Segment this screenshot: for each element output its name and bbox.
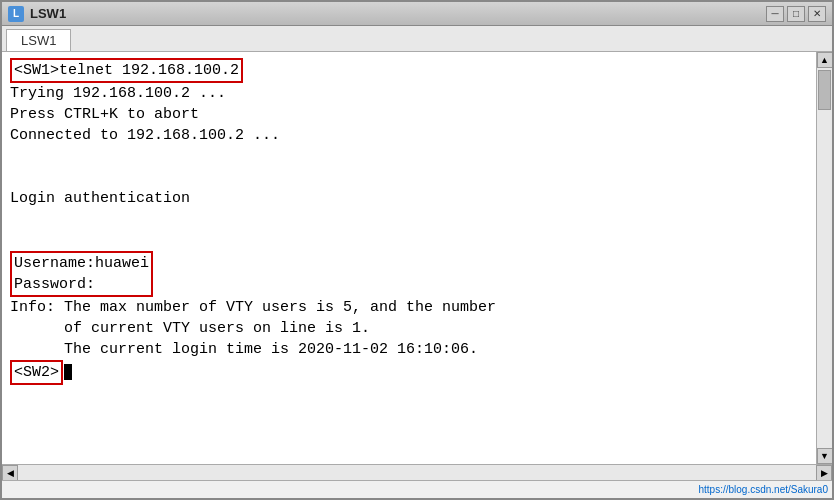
terminal-wrapper: <SW1>telnet 192.168.100.2 Trying 192.168… [2, 52, 832, 464]
terminal-content[interactable]: <SW1>telnet 192.168.100.2 Trying 192.168… [2, 52, 816, 464]
scroll-right-button[interactable]: ▶ [816, 465, 832, 481]
terminal-line-1: <SW1>telnet 192.168.100.2 [10, 58, 808, 83]
terminal-info-3: The current login time is 2020-11-02 16:… [10, 339, 808, 360]
horizontal-scrollbar[interactable]: ◀ ▶ [2, 464, 832, 480]
status-bar: https://blog.csdn.net/Sakura0 [2, 480, 832, 498]
close-button[interactable]: ✕ [808, 6, 826, 22]
terminal-line-9 [10, 230, 808, 251]
terminal-line-6 [10, 167, 808, 188]
terminal-line-7: Login authentication [10, 188, 808, 209]
title-bar-left: L LSW1 [8, 6, 66, 22]
window-controls: ─ □ ✕ [766, 6, 826, 22]
terminal-line-2: Trying 192.168.100.2 ... [10, 83, 808, 104]
terminal-password-line: Password: [14, 274, 149, 295]
terminal-info-2: of current VTY users on line is 1. [10, 318, 808, 339]
terminal-line-8 [10, 209, 808, 230]
terminal-prompt-sw2: <SW2> [10, 360, 808, 385]
terminal-line-3: Press CTRL+K to abort [10, 104, 808, 125]
terminal-info-1: Info: The max number of VTY users is 5, … [10, 297, 808, 318]
terminal-line-5 [10, 146, 808, 167]
tab-lsw1[interactable]: LSW1 [6, 29, 71, 51]
app-icon: L [8, 6, 24, 22]
terminal-username-line: Username:huawei [14, 253, 149, 274]
h-scroll-track[interactable] [18, 465, 816, 480]
scroll-up-button[interactable]: ▲ [817, 52, 833, 68]
window-title: LSW1 [30, 6, 66, 21]
scroll-track[interactable] [817, 68, 832, 448]
scroll-left-button[interactable]: ◀ [2, 465, 18, 481]
status-url: https://blog.csdn.net/Sakura0 [698, 484, 828, 495]
minimize-button[interactable]: ─ [766, 6, 784, 22]
title-bar: L LSW1 ─ □ ✕ [2, 2, 832, 26]
vertical-scrollbar[interactable]: ▲ ▼ [816, 52, 832, 464]
scroll-thumb[interactable] [818, 70, 831, 110]
scroll-down-button[interactable]: ▼ [817, 448, 833, 464]
terminal-line-4: Connected to 192.168.100.2 ... [10, 125, 808, 146]
credentials-block: Username:huawei Password: [10, 251, 153, 297]
restore-button[interactable]: □ [787, 6, 805, 22]
main-window: L LSW1 ─ □ ✕ LSW1 <SW1>telnet 192.168.10… [0, 0, 834, 500]
tab-bar: LSW1 [2, 26, 832, 52]
